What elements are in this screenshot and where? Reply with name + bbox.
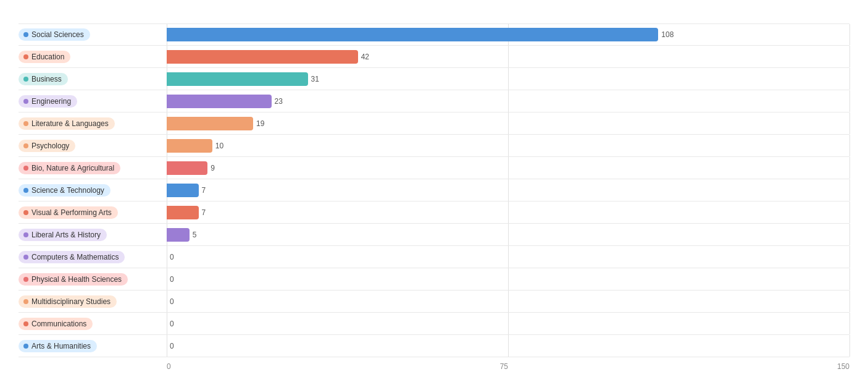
- label-pill: Social Sciences: [19, 28, 90, 41]
- bar: 108: [167, 28, 658, 41]
- grid-line: [849, 68, 850, 90]
- bar-label: Computers & Mathematics: [31, 253, 119, 261]
- bar-row: Engineering23: [19, 90, 849, 112]
- bar-row: Education42: [19, 46, 849, 68]
- bar-label: Literature & Languages: [31, 119, 109, 128]
- bar-value: 5: [193, 231, 197, 239]
- bar-row: Business31: [19, 68, 849, 90]
- label-pill: Computers & Mathematics: [19, 251, 125, 263]
- bar: 10: [167, 139, 212, 153]
- bar-section: 0: [167, 268, 849, 290]
- bar-label: Education: [31, 53, 64, 61]
- bar: 42: [167, 50, 358, 64]
- grid-line: [849, 179, 850, 201]
- bar-label: Psychology: [31, 142, 69, 150]
- bar-label: Arts & Humanities: [31, 342, 91, 350]
- bar-value: 10: [215, 142, 223, 150]
- pill-dot: [23, 143, 28, 148]
- pill-dot: [23, 277, 28, 282]
- bar: 23: [167, 95, 272, 108]
- bar: 9: [167, 161, 207, 175]
- grid-line: [849, 224, 850, 245]
- pill-dot: [23, 344, 28, 349]
- grid-line: [508, 46, 509, 67]
- bar-section: 31: [167, 68, 849, 90]
- label-container: Literature & Languages: [19, 117, 167, 130]
- bar-row: Psychology10: [19, 135, 849, 157]
- bar: 19: [167, 117, 253, 130]
- label-container: Education: [19, 51, 167, 63]
- bar-row: Liberal Arts & History5: [19, 224, 849, 246]
- label-pill: Physical & Health Sciences: [19, 273, 128, 286]
- grid-line: [508, 246, 509, 268]
- label-pill: Psychology: [19, 140, 75, 152]
- grid-line: [508, 157, 509, 179]
- bar-value: 0: [170, 320, 174, 328]
- grid-line: [508, 335, 509, 357]
- bar-label: Engineering: [31, 97, 71, 106]
- bar-section: 108: [167, 24, 849, 45]
- label-pill: Business: [19, 73, 68, 85]
- label-pill: Liberal Arts & History: [19, 229, 107, 241]
- bar-label: Visual & Performing Arts: [31, 208, 112, 217]
- pill-dot: [23, 188, 28, 193]
- label-container: Communications: [19, 318, 167, 330]
- grid-line: [508, 201, 509, 223]
- grid-line: [508, 68, 509, 90]
- bar-section: 42: [167, 46, 849, 67]
- bar-section: 23: [167, 90, 849, 112]
- x-axis-tick-label: 75: [500, 362, 508, 371]
- pill-dot: [23, 32, 28, 37]
- bar-label: Bio, Nature & Agricultural: [31, 164, 114, 172]
- grid-line: [167, 290, 167, 312]
- bar-section: 0: [167, 313, 849, 334]
- bar-section: 5: [167, 224, 849, 245]
- bar-label: Science & Technology: [31, 186, 104, 195]
- grid-line: [849, 157, 850, 179]
- bar-row: Communications0: [19, 313, 849, 335]
- bar-section: 19: [167, 112, 849, 134]
- bar-value: 7: [202, 186, 206, 195]
- pill-dot: [23, 299, 28, 304]
- pill-dot: [23, 255, 28, 260]
- bar-row: Social Sciences108: [19, 23, 849, 46]
- label-container: Visual & Performing Arts: [19, 206, 167, 219]
- bar-value: 31: [311, 75, 319, 83]
- pill-dot: [23, 99, 28, 104]
- bar-section: 0: [167, 290, 849, 312]
- bar: 5: [167, 228, 190, 242]
- x-axis-tick-label: 0: [167, 362, 171, 371]
- pill-dot: [23, 210, 28, 215]
- x-axis-tick-label: 150: [837, 362, 849, 371]
- grid-line: [849, 201, 850, 223]
- pill-dot: [23, 232, 28, 237]
- bar-row: Computers & Mathematics0: [19, 246, 849, 268]
- label-pill: Communications: [19, 318, 93, 330]
- x-axis-labels: 075150: [167, 360, 849, 371]
- bar-value: 0: [170, 342, 174, 350]
- bar: 7: [167, 184, 199, 197]
- label-pill: Literature & Languages: [19, 117, 115, 130]
- grid-line: [167, 335, 167, 357]
- bar-row: Bio, Nature & Agricultural9: [19, 157, 849, 179]
- grid-line: [508, 268, 509, 290]
- label-pill: Education: [19, 51, 70, 63]
- bar-section: 7: [167, 179, 849, 201]
- bar-value: 23: [275, 97, 283, 106]
- label-container: Multidisciplinary Studies: [19, 295, 167, 308]
- x-axis: 075150: [167, 360, 849, 371]
- grid-line: [849, 290, 850, 312]
- label-pill: Bio, Nature & Agricultural: [19, 162, 120, 174]
- grid-line: [849, 246, 850, 268]
- bar: 7: [167, 206, 199, 219]
- bar-section: 0: [167, 335, 849, 357]
- bar-row: Multidisciplinary Studies0: [19, 290, 849, 313]
- chart-area: Social Sciences108Education42Business31E…: [19, 23, 849, 357]
- grid-line: [849, 135, 850, 156]
- grid-line: [167, 268, 167, 290]
- pill-dot: [23, 321, 28, 326]
- grid-line: [849, 46, 850, 67]
- label-container: Physical & Health Sciences: [19, 273, 167, 286]
- grid-line: [849, 335, 850, 357]
- grid-line: [849, 24, 850, 45]
